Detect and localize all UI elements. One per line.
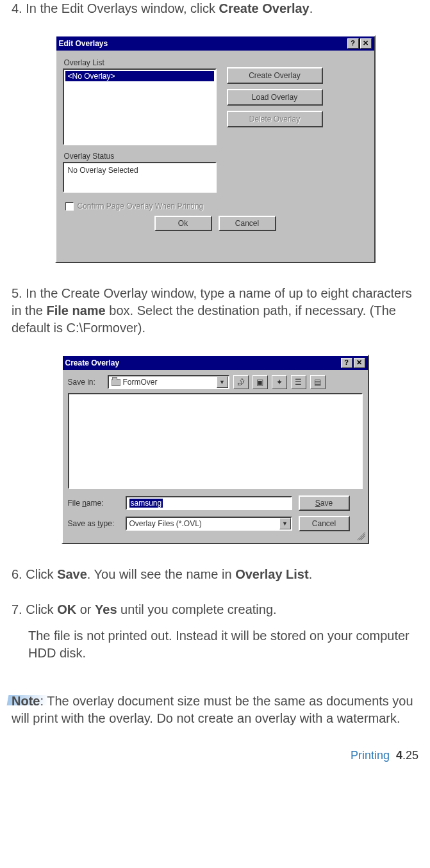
confirm-overlay-checkbox: Confirm Page Overlay When Printing <box>65 202 368 211</box>
save-in-label: Save in: <box>68 378 104 387</box>
save-button[interactable]: Save <box>299 495 350 511</box>
chevron-down-icon[interactable]: ▼ <box>279 518 291 529</box>
save-as-type-label: Save as type: <box>68 519 119 528</box>
overlay-status-label: Overlay Status <box>64 152 368 161</box>
create-overlay-dialog: Create Overlay ? ✕ Save in: FormOver ▼ <box>62 355 369 544</box>
load-overlay-button[interactable]: Load Overlay <box>227 89 323 106</box>
cancel-button[interactable]: Cancel <box>219 216 276 231</box>
step-7-text: 7. Click OK or Yes until you complete cr… <box>12 601 418 618</box>
edit-overlays-title: Edit Overlays <box>59 39 108 48</box>
chevron-down-icon[interactable]: ▼ <box>217 376 228 388</box>
save-in-dropdown[interactable]: FormOver ▼ <box>108 375 229 389</box>
list-view-button[interactable]: ☰ <box>291 375 306 389</box>
step-6-text: 6. Click Save. You will see the name in … <box>12 566 418 583</box>
file-name-input[interactable]: samsung <box>126 496 292 510</box>
overlay-list-label: Overlay List <box>64 58 217 67</box>
new-folder-button[interactable]: ✦ <box>272 375 287 389</box>
help-button[interactable]: ? <box>341 358 352 368</box>
view-desktop-button[interactable]: ▣ <box>252 375 268 389</box>
overlay-list-item[interactable]: <No Overlay> <box>65 71 214 81</box>
step-5-text: 5. In the Create Overlay window, type a … <box>12 285 418 337</box>
note-text: Note: The overlay document size must be … <box>12 693 418 727</box>
delete-overlay-button: Delete Overlay <box>227 111 323 127</box>
help-button[interactable]: ? <box>347 38 359 49</box>
folder-icon <box>112 379 120 386</box>
page-footer: Printing 4.25 <box>12 749 418 762</box>
file-name-label: File name: <box>68 499 119 508</box>
close-button[interactable]: ✕ <box>354 358 365 368</box>
footer-section: Printing <box>351 749 390 762</box>
step-7-paragraph: The file is not printed out. Instead it … <box>12 627 418 662</box>
step-4-text: 4. In the Edit Overlays window, click Cr… <box>12 0 418 17</box>
overlay-status-value: No Overlay Selected <box>68 166 138 175</box>
create-overlay-button[interactable]: Create Overlay <box>227 67 323 84</box>
save-as-type-value: Overlay Files (*.OVL) <box>129 519 202 528</box>
create-overlay-title: Create Overlay <box>65 358 120 367</box>
file-name-value: samsung <box>129 499 163 508</box>
torn-edge-decoration <box>56 239 374 262</box>
overlay-list[interactable]: <No Overlay> <box>63 68 217 145</box>
close-button[interactable]: ✕ <box>360 38 372 49</box>
save-as-type-dropdown[interactable]: Overlay Files (*.OVL) ▼ <box>126 517 292 531</box>
checkbox-icon <box>65 202 74 211</box>
file-browser-area[interactable] <box>68 393 363 489</box>
cancel-button[interactable]: Cancel <box>299 516 350 531</box>
details-view-button[interactable]: ▤ <box>310 375 326 389</box>
edit-overlays-dialog: Edit Overlays ? ✕ Overlay List <No Overl… <box>55 35 376 263</box>
overlay-status-field: No Overlay Selected <box>63 162 217 193</box>
resize-grip-icon[interactable] <box>356 531 365 540</box>
edit-overlays-titlebar: Edit Overlays ? ✕ <box>56 36 374 51</box>
ok-button[interactable]: Ok <box>154 216 212 231</box>
create-overlay-titlebar: Create Overlay ? ✕ <box>63 356 368 370</box>
up-one-level-button[interactable]: ⮵ <box>233 375 249 389</box>
save-in-value: FormOver <box>123 378 158 387</box>
